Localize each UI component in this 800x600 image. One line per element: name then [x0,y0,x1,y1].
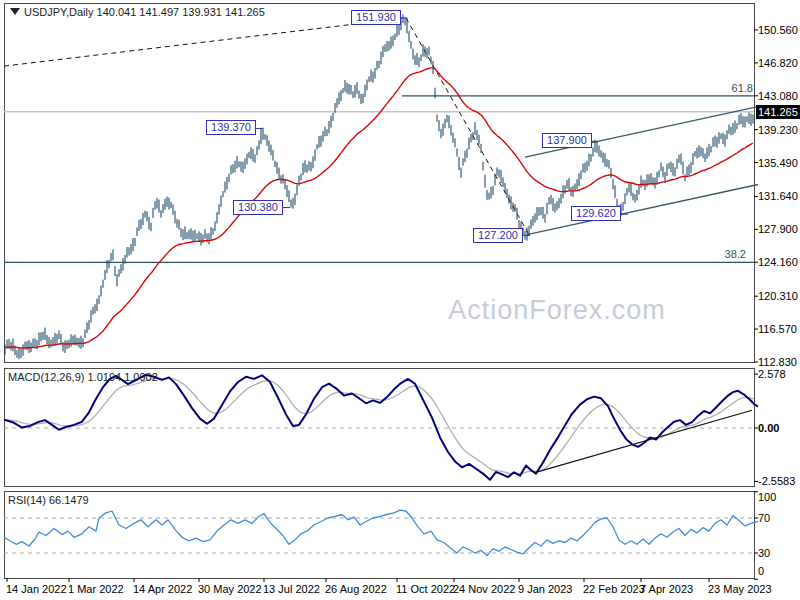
price-bars [5,14,753,359]
price-axis-label: 139.230 [758,124,798,136]
fibonacci-label: 61.8 [728,82,753,94]
rsi-axis-label: 0 [758,565,764,577]
fibonacci-label: 38.2 [721,248,746,260]
current-price-badge: 141.265 [756,105,800,119]
price-axis-label: 112.830 [758,356,797,368]
date-axis-label: 1 Mar 2022 [68,583,124,595]
date-axis-label: 11 Oct 2022 [396,583,455,595]
rsi-label: RSI(14) 66.1479 [8,494,89,506]
date-axis-label: 13 Jul 2022 [263,583,320,595]
moving-average-line [5,68,753,348]
macd-axis-label: 2.578 [758,368,786,380]
price-annotation-label: 129.620 [571,206,621,221]
price-axis-label: 127.900 [758,223,798,235]
date-axis-label: 30 May 2022 [198,583,262,595]
rsi-axis-label: 70 [758,512,770,524]
channel-trendline [525,107,758,158]
macd-axis-label: -2.5583 [758,475,795,487]
price-annotation-label: 137.900 [542,133,592,148]
symbol-header: USDJPY,Daily 140.041 141.497 139.931 141… [24,6,265,18]
price-axis-label: 146.820 [758,57,798,69]
price-annotation-label: 139.370 [206,120,256,135]
chart-root: ActionForex.com USDJPY,Daily 140.041 141… [0,0,800,600]
collapse-triangle-icon[interactable] [10,8,20,15]
price-axis-label: 116.570 [758,323,797,335]
price-annotation-label: 151.930 [351,10,401,25]
date-axis-label: 14 Apr 2022 [133,583,192,595]
rsi-axis-label: 30 [758,547,770,559]
rsi-axis-label: 100 [758,491,776,503]
macd-axis-label: 0.00 [758,422,779,434]
price-axis-label: 135.490 [758,157,798,169]
macd-trendline [534,410,752,473]
price-annotation-label: 130.380 [233,200,283,215]
date-axis-label: 26 Aug 2022 [325,583,387,595]
rsi-line [4,510,758,555]
price-axis-label: 150.560 [758,24,798,36]
macd-label: MACD(12,26,9) 1.0194 1.0902 [8,371,158,383]
price-annotation-label: 127.200 [473,228,523,243]
date-axis-label: 23 May 2023 [708,583,772,595]
date-axis-label: 24 Nov 2022 [453,583,515,595]
price-axis-label: 131.640 [758,190,798,202]
price-axis-label: 120.310 [758,290,798,302]
date-axis-label: 14 Jan 2022 [6,583,67,595]
date-axis-label: 9 Jan 2023 [518,583,572,595]
plot-canvas [0,0,800,600]
macd-signal-line [4,379,754,474]
dashed-trendline [4,18,406,66]
date-axis-label: 22 Feb 2023 [583,583,645,595]
date-axis-label: 7 Apr 2023 [640,583,693,595]
price-axis-label: 143.080 [758,90,798,102]
price-axis-label: 124.160 [758,256,798,268]
